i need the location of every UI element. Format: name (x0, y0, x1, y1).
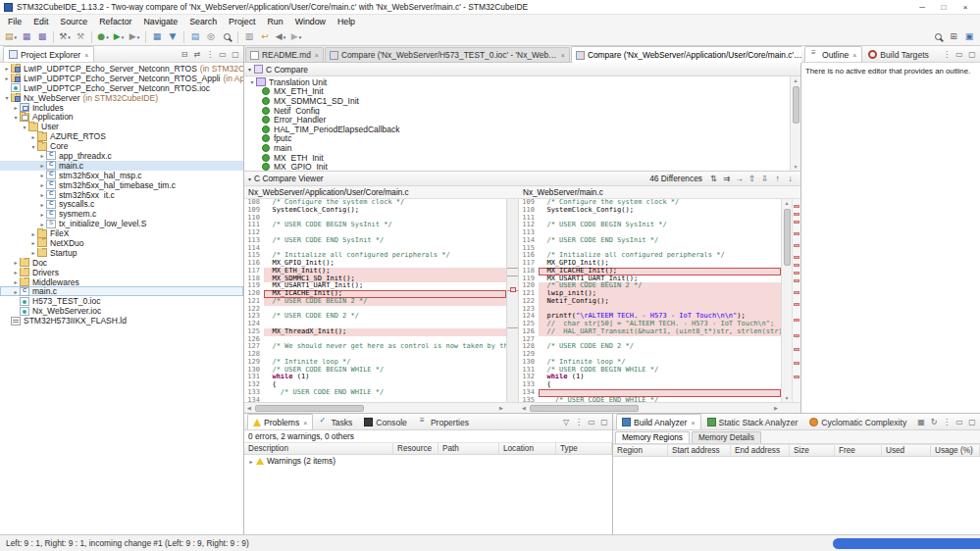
structure-item-error-handler[interactable]: Error_Handler (244, 115, 790, 125)
tree-item-stm32h5xx-hal-msp-c[interactable]: ▸stm32h5xx_hal_msp.c (0, 171, 243, 180)
code-line-left-113[interactable]: 113 /* USER CODE END SysInit */ (244, 237, 506, 245)
diff-overview-mark[interactable] (794, 205, 799, 208)
code-line-right-110[interactable]: 110 SystemClock_Config(); (519, 207, 781, 215)
diff-overview-mark[interactable] (794, 213, 799, 216)
code-line-right-113[interactable]: 113 (519, 229, 781, 237)
expand-arrow-icon[interactable]: ▸ (247, 458, 255, 465)
tree-item-app-threadx-c[interactable]: ▸app_threadx.c (0, 151, 243, 161)
expand-arrow-icon[interactable]: ▸ (29, 230, 37, 237)
tree-item-core[interactable]: ▾Core (0, 141, 243, 151)
expand-arrow-icon[interactable]: ▸ (38, 162, 46, 169)
problems-tab-properties[interactable]: Properties (413, 414, 475, 429)
program-chip-icon[interactable]: ▼ (166, 29, 180, 44)
code-line-left-120[interactable]: 120 MX_ICACHE_Init(); (244, 290, 506, 298)
tree-item-stm32h573iikx-flash-ld[interactable]: STM32H573IIKX_FLASH.ld (0, 316, 243, 326)
debug-icon[interactable]: ●▾ (96, 29, 110, 44)
code-line-left-112[interactable]: 112 (244, 229, 506, 237)
subtab-memory-details[interactable]: Memory Details (692, 431, 761, 443)
tree-item-user[interactable]: ▾User (0, 122, 243, 131)
dropdown-arrow-icon[interactable]: ▾ (15, 34, 18, 40)
diff-change-handle[interactable] (510, 287, 516, 292)
tree-item-tx-initialize-low-level-s[interactable]: ▸tx_initialize_low_level.S (0, 219, 243, 228)
code-line-left-127[interactable]: 127 /* We should never get here as contr… (244, 343, 506, 351)
code-line-left-125[interactable]: 125 MX_ThreadX_Init(); (244, 328, 506, 336)
scroll-down-icon[interactable]: ▼ (794, 163, 799, 171)
code-line-left-108[interactable]: 108 /* Configure the system clock */ (244, 199, 506, 207)
tree-item-middlewares[interactable]: ▸Middlewares (0, 277, 243, 287)
previous-change-icon[interactable]: ↑ (771, 174, 784, 183)
diff-overview-mark[interactable] (794, 256, 799, 259)
code-line-right-122[interactable]: 122 Netif_Config(); (519, 298, 781, 306)
code-line-right-109[interactable]: 109 /* Configure the system clock */ (519, 199, 781, 207)
problems-row-warnings-2-items[interactable]: ▸Warnings (2 items) (244, 455, 612, 467)
scroll-right-icon[interactable]: ▶ (496, 405, 506, 411)
code-line-left-119[interactable]: 119 MX_USART1_UART_Init(); (244, 282, 506, 290)
menu-file[interactable]: File (2, 17, 27, 26)
filter-icon[interactable]: ▽ (561, 418, 571, 426)
code-line-left-121[interactable]: 121 /* USER CODE BEGIN 2 */ (244, 298, 506, 306)
tree-item-lwip-udptcp-echo-server-netconn-rtos-ioc[interactable]: LwIP_UDPTCP_Echo_Server_Netconn_RTOS.ioc (0, 83, 243, 93)
minimize-button[interactable]: ─ (911, 3, 933, 12)
editor-tab-compare-nx-webserv[interactable]: Compare ('Nx_WebServer/H573_TEST_0.ioc' … (325, 47, 570, 62)
right-hscrollbar[interactable]: ◀ ▶ (519, 403, 781, 413)
outline-tab-build-targets[interactable]: Build Targets (862, 46, 935, 62)
close-view-icon[interactable] (299, 418, 307, 427)
expand-arrow-icon[interactable]: ▸ (29, 249, 37, 256)
code-line-left-117[interactable]: 117 MX_ETH_Init(); (244, 268, 506, 276)
code-line-left-115[interactable]: 115 /* Initialize all configured periphe… (244, 252, 506, 260)
code-line-right-120[interactable]: 120 /* USER CODE BEGIN 2 */ (519, 282, 781, 290)
scroll-up-icon[interactable]: ▲ (794, 76, 799, 84)
tree-item-stm32h5xx-it-c[interactable]: ▸stm32h5xx_it.c (0, 190, 243, 200)
problems-tab-console[interactable]: Console (358, 414, 413, 429)
code-line-right-114[interactable]: 114 /* USER CODE END SysInit */ (519, 237, 781, 245)
scrollbar-thumb[interactable] (784, 209, 791, 266)
code-line-right-118[interactable]: 118 MX_ICACHE_Init(); (519, 268, 781, 276)
project-explorer-tab[interactable]: Project Explorer (3, 46, 94, 62)
menu-refactor[interactable]: Refactor (93, 17, 137, 26)
diff-overview-mark[interactable] (794, 362, 799, 365)
close-view-icon[interactable] (80, 50, 88, 60)
diff-overview-mark[interactable] (794, 376, 799, 378)
code-line-left-111[interactable]: 111 /* USER CODE BEGIN SysInit */ (244, 222, 506, 229)
scrollbar-thumb[interactable] (793, 86, 799, 124)
scrollbar-thumb[interactable] (530, 405, 639, 412)
code-line-right-111[interactable]: 111 (519, 215, 781, 223)
scroll-left-icon[interactable]: ◀ (244, 405, 254, 411)
scroll-up-icon[interactable]: ▲ (785, 199, 790, 207)
editor-tab-readme-md[interactable]: README.md (245, 47, 324, 62)
problems-tab-tasks[interactable]: Tasks (313, 414, 358, 429)
tree-item-azure-rtos[interactable]: ▸AZURE_RTOS (0, 131, 243, 141)
next-difference-icon[interactable]: ⇩ (758, 174, 771, 183)
scroll-right-icon[interactable]: ▶ (771, 405, 781, 411)
refresh-icon[interactable]: ↻ (929, 418, 939, 426)
code-line-left-132[interactable]: 132 { (244, 381, 506, 389)
expand-arrow-icon[interactable]: ▸ (12, 259, 20, 266)
subtab-memory-regions[interactable]: Memory Regions (615, 431, 690, 443)
expand-arrow-icon[interactable]: ▾ (29, 143, 37, 150)
structure-item-mx-sdmmc1-sd-init[interactable]: MX_SDMMC1_SD_Init (244, 96, 790, 106)
run-icon[interactable]: ▶▾ (112, 29, 126, 44)
column-header-start-address[interactable]: Start address (668, 445, 731, 456)
expand-arrow-icon[interactable]: ▸ (29, 239, 37, 246)
analyzer-tab-cyclomatic-complexity[interactable]: Cyclomatic Complexity (803, 414, 912, 429)
code-line-right-112[interactable]: 112 /* USER CODE BEGIN SysInit */ (519, 222, 781, 229)
tree-item-stm32h5xx-hal-timebase-tim-c[interactable]: ▸stm32h5xx_hal_timebase_tim.c (0, 180, 243, 190)
view-menu-icon[interactable]: ⋮ (205, 50, 215, 59)
code-line-left-116[interactable]: 116 MX_GPIO_Init(); (244, 260, 506, 268)
menu-edit[interactable]: Edit (27, 17, 54, 26)
code-line-left-129[interactable]: 129 /* Infinite loop */ (244, 359, 506, 367)
tree-item-drivers[interactable]: ▸Drivers (0, 268, 243, 277)
close-view-icon[interactable] (849, 50, 856, 60)
menu-source[interactable]: Source (54, 17, 93, 26)
expand-arrow-icon[interactable]: ▸ (38, 191, 46, 198)
close-tab-icon[interactable] (311, 50, 319, 60)
structure-item-hal-tim-periodelapsedcallback[interactable]: HAL_TIM_PeriodElapsedCallback (244, 125, 790, 134)
toggle-annotations-icon[interactable]: ▥ (242, 29, 256, 44)
collapse-all-icon[interactable]: ⊟ (180, 50, 189, 59)
code-line-left-122[interactable]: 122 (244, 306, 506, 314)
code-scrollbar[interactable]: ▲ ▼ (781, 199, 792, 402)
column-header-location[interactable]: Location (499, 443, 556, 454)
close-button[interactable]: × (954, 3, 976, 12)
editor-tab-compare-nx-webserv[interactable]: Compare ('Nx_WebServer/Application/User/… (571, 46, 816, 63)
analyzer-tab-build-analyzer[interactable]: Build Analyzer (616, 414, 701, 429)
